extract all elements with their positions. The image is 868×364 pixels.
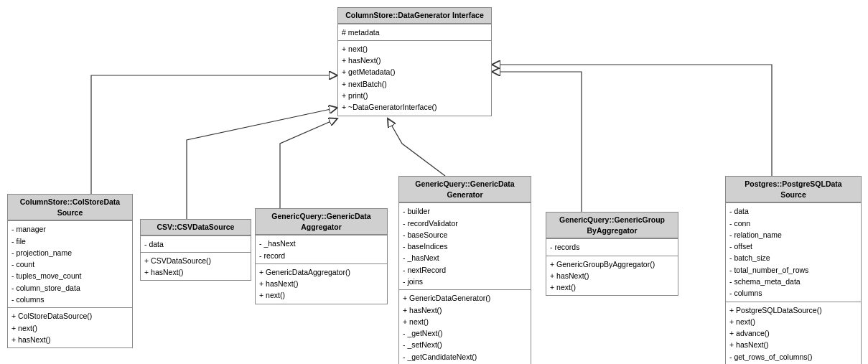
box-title-generic-generator: GenericQuery::GenericDataGenerator (399, 177, 531, 202)
box-section-colstore-methods: + ColStoreDataSource() + next() + hasNex… (8, 307, 132, 347)
box-title-postgresql: Postgres::PostgreSQLDataSource (726, 177, 861, 202)
box-section-generic-gen-attrs: - builder - recordValidator - baseSource… (399, 202, 531, 289)
box-generic-generator: GenericQuery::GenericDataGenerator - bui… (398, 176, 531, 364)
box-data-generator-interface: ColumnStore::DataGenerator Interface # m… (337, 7, 492, 116)
box-section-groupby-methods: + GenericGroupByAggregator() + hasNext()… (546, 256, 678, 296)
box-postgresql-datasource: Postgres::PostgreSQLDataSource - data - … (725, 176, 862, 364)
box-colstore-datasource: ColumnStore::ColStoreDataSource - manage… (7, 194, 133, 348)
box-section-csv-attrs: - data (141, 235, 251, 252)
box-group-by-aggregator: GenericQuery::GenericGroupByAggregator -… (546, 212, 678, 296)
box-section-aggregator-methods: + GenericDataAggregator() + hasNext() + … (256, 263, 387, 304)
box-section-aggregator-attrs: - _hasNext - record (256, 235, 387, 263)
box-generic-aggregator: GenericQuery::GenericDataAggregator - _h… (255, 208, 388, 304)
box-title-aggregator: GenericQuery::GenericDataAggregator (256, 209, 387, 235)
box-section-postgresql-methods: + PostgreSQLDataSource() + next() + adva… (726, 302, 861, 365)
box-section-methods-generator: + next() + hasNext() + getMetadata() + n… (338, 40, 491, 116)
diagram-container: ColumnStore::DataGenerator Interface # m… (0, 0, 868, 364)
box-section-generic-gen-methods: + GenericDataGenerator() + hasNext() + n… (399, 289, 531, 364)
box-title-csv: CSV::CSVDataSource (141, 220, 251, 235)
box-section-postgresql-attrs: - data - conn - relation_name - offset -… (726, 202, 861, 301)
box-section-groupby-attrs: - records (546, 238, 678, 255)
box-title-colstore: ColumnStore::ColStoreDataSource (8, 195, 132, 220)
box-csv-datasource: CSV::CSVDataSource - data + CSVDataSourc… (140, 219, 251, 281)
box-section-metadata: # metadata (338, 24, 491, 40)
box-title-data-generator: ColumnStore::DataGenerator Interface (338, 8, 491, 24)
box-section-colstore-attrs: - manager - file - projection_name - cou… (8, 220, 132, 307)
box-section-csv-methods: + CSVDataSource() + hasNext() (141, 252, 251, 281)
box-title-groupby: GenericQuery::GenericGroupByAggregator (546, 213, 678, 238)
